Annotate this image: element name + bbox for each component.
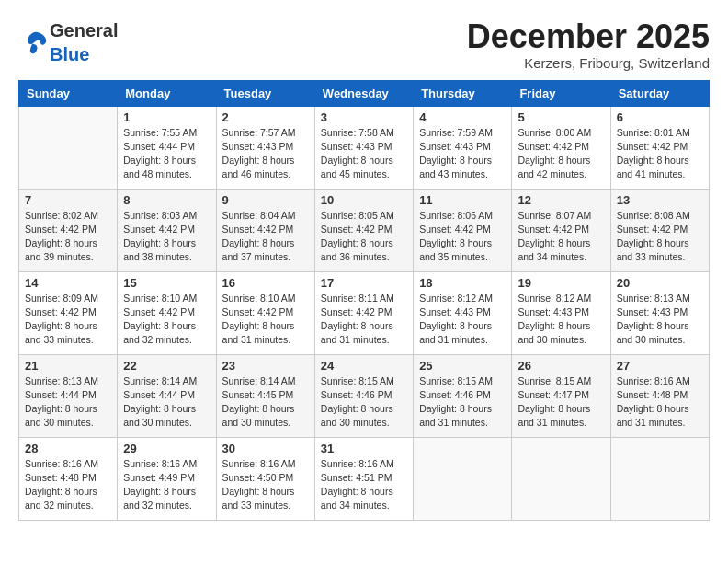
calendar-cell: 1 Sunrise: 7:55 AMSunset: 4:44 PMDayligh… <box>118 106 216 189</box>
day-number: 13 <box>617 193 703 207</box>
calendar-cell: 20 Sunrise: 8:13 AMSunset: 4:43 PMDaylig… <box>610 271 709 354</box>
day-number: 27 <box>617 359 703 373</box>
weekday-header-friday: Friday <box>512 80 610 106</box>
day-detail: Sunrise: 8:05 AMSunset: 4:42 PMDaylight:… <box>321 209 407 265</box>
calendar-week-3: 14 Sunrise: 8:09 AMSunset: 4:42 PMDaylig… <box>19 271 710 354</box>
calendar-cell: 7 Sunrise: 8:02 AMSunset: 4:42 PMDayligh… <box>19 189 118 271</box>
calendar-cell: 31 Sunrise: 8:16 AMSunset: 4:51 PMDaylig… <box>314 437 413 520</box>
day-number: 12 <box>518 193 604 207</box>
day-detail: Sunrise: 8:16 AMSunset: 4:50 PMDaylight:… <box>222 457 309 513</box>
day-detail: Sunrise: 8:16 AMSunset: 4:48 PMDaylight:… <box>617 374 703 431</box>
day-detail: Sunrise: 8:10 AMSunset: 4:42 PMDaylight:… <box>123 292 210 348</box>
calendar-cell: 28 Sunrise: 8:16 AMSunset: 4:48 PMDaylig… <box>19 437 118 520</box>
day-number: 11 <box>419 193 506 207</box>
logo-general-text: General <box>50 20 118 40</box>
day-number: 1 <box>123 110 210 124</box>
calendar-cell: 16 Sunrise: 8:10 AMSunset: 4:42 PMDaylig… <box>216 271 314 354</box>
day-number: 14 <box>25 276 111 290</box>
day-number: 16 <box>222 276 309 290</box>
calendar-cell: 23 Sunrise: 8:14 AMSunset: 4:45 PMDaylig… <box>216 354 314 437</box>
calendar-cell: 5 Sunrise: 8:00 AMSunset: 4:42 PMDayligh… <box>512 106 610 189</box>
day-detail: Sunrise: 8:15 AMSunset: 4:47 PMDaylight:… <box>518 374 604 431</box>
day-detail: Sunrise: 8:15 AMSunset: 4:46 PMDaylight:… <box>419 374 506 431</box>
calendar-table: SundayMondayTuesdayWednesdayThursdayFrid… <box>18 80 710 521</box>
day-detail: Sunrise: 8:10 AMSunset: 4:42 PMDaylight:… <box>222 292 309 348</box>
calendar-header-row: SundayMondayTuesdayWednesdayThursdayFrid… <box>19 80 710 106</box>
calendar-cell: 9 Sunrise: 8:04 AMSunset: 4:42 PMDayligh… <box>216 189 314 271</box>
calendar-cell: 22 Sunrise: 8:14 AMSunset: 4:44 PMDaylig… <box>118 354 216 437</box>
calendar-cell: 13 Sunrise: 8:08 AMSunset: 4:42 PMDaylig… <box>610 189 709 271</box>
calendar-cell: 3 Sunrise: 7:58 AMSunset: 4:43 PMDayligh… <box>314 106 413 189</box>
day-number: 22 <box>123 359 210 373</box>
day-detail: Sunrise: 8:06 AMSunset: 4:42 PMDaylight:… <box>419 209 506 265</box>
calendar-week-5: 28 Sunrise: 8:16 AMSunset: 4:48 PMDaylig… <box>19 437 710 520</box>
calendar-cell: 8 Sunrise: 8:03 AMSunset: 4:42 PMDayligh… <box>118 189 216 271</box>
day-detail: Sunrise: 8:02 AMSunset: 4:42 PMDaylight:… <box>25 209 111 265</box>
calendar-cell: 27 Sunrise: 8:16 AMSunset: 4:48 PMDaylig… <box>610 354 709 437</box>
weekday-header-wednesday: Wednesday <box>314 80 413 106</box>
calendar-cell <box>414 437 512 520</box>
day-number: 19 <box>518 276 604 290</box>
logo-blue-text: Blue <box>50 44 89 64</box>
day-detail: Sunrise: 7:57 AMSunset: 4:43 PMDaylight:… <box>222 126 309 182</box>
day-detail: Sunrise: 8:09 AMSunset: 4:42 PMDaylight:… <box>25 292 111 348</box>
title-block: December 2025 Kerzers, Fribourg, Switzer… <box>467 18 710 71</box>
day-detail: Sunrise: 8:15 AMSunset: 4:46 PMDaylight:… <box>321 374 407 431</box>
day-detail: Sunrise: 8:12 AMSunset: 4:43 PMDaylight:… <box>419 292 506 348</box>
day-detail: Sunrise: 8:16 AMSunset: 4:48 PMDaylight:… <box>25 457 111 513</box>
day-detail: Sunrise: 8:11 AMSunset: 4:42 PMDaylight:… <box>321 292 407 348</box>
day-detail: Sunrise: 7:59 AMSunset: 4:43 PMDaylight:… <box>419 126 506 182</box>
calendar-week-4: 21 Sunrise: 8:13 AMSunset: 4:44 PMDaylig… <box>19 354 710 437</box>
weekday-header-tuesday: Tuesday <box>216 80 314 106</box>
page-header: General Blue December 2025 Kerzers, Frib… <box>18 18 710 71</box>
day-number: 25 <box>419 359 506 373</box>
day-detail: Sunrise: 8:16 AMSunset: 4:51 PMDaylight:… <box>321 457 407 513</box>
day-detail: Sunrise: 8:07 AMSunset: 4:42 PMDaylight:… <box>518 209 604 265</box>
day-number: 21 <box>25 359 111 373</box>
day-number: 5 <box>518 110 604 124</box>
calendar-cell: 18 Sunrise: 8:12 AMSunset: 4:43 PMDaylig… <box>414 271 512 354</box>
day-number: 31 <box>321 442 407 455</box>
calendar-cell: 25 Sunrise: 8:15 AMSunset: 4:46 PMDaylig… <box>414 354 512 437</box>
day-number: 9 <box>222 193 309 207</box>
month-title: December 2025 <box>467 18 710 55</box>
weekday-header-sunday: Sunday <box>19 80 118 106</box>
day-number: 26 <box>518 359 604 373</box>
calendar-cell: 30 Sunrise: 8:16 AMSunset: 4:50 PMDaylig… <box>216 437 314 520</box>
day-number: 10 <box>321 193 407 207</box>
location-text: Kerzers, Fribourg, Switzerland <box>467 55 710 71</box>
day-number: 29 <box>123 442 210 455</box>
day-number: 24 <box>321 359 407 373</box>
weekday-header-thursday: Thursday <box>414 80 512 106</box>
weekday-header-monday: Monday <box>118 80 216 106</box>
day-number: 6 <box>617 110 703 124</box>
day-number: 28 <box>25 442 111 455</box>
day-detail: Sunrise: 8:08 AMSunset: 4:42 PMDaylight:… <box>617 209 703 265</box>
day-number: 8 <box>123 193 210 207</box>
calendar-cell: 14 Sunrise: 8:09 AMSunset: 4:42 PMDaylig… <box>19 271 118 354</box>
day-number: 2 <box>222 110 309 124</box>
day-detail: Sunrise: 8:04 AMSunset: 4:42 PMDaylight:… <box>222 209 309 265</box>
calendar-cell: 2 Sunrise: 7:57 AMSunset: 4:43 PMDayligh… <box>216 106 314 189</box>
weekday-header-saturday: Saturday <box>610 80 709 106</box>
day-detail: Sunrise: 8:14 AMSunset: 4:45 PMDaylight:… <box>222 374 309 431</box>
calendar-cell <box>512 437 610 520</box>
calendar-cell: 26 Sunrise: 8:15 AMSunset: 4:47 PMDaylig… <box>512 354 610 437</box>
day-number: 4 <box>419 110 506 124</box>
day-detail: Sunrise: 8:01 AMSunset: 4:42 PMDaylight:… <box>617 126 703 182</box>
day-number: 7 <box>25 193 111 207</box>
day-number: 17 <box>321 276 407 290</box>
day-number: 20 <box>617 276 703 290</box>
calendar-cell: 10 Sunrise: 8:05 AMSunset: 4:42 PMDaylig… <box>314 189 413 271</box>
day-detail: Sunrise: 8:00 AMSunset: 4:42 PMDaylight:… <box>518 126 604 182</box>
calendar-cell <box>19 106 118 189</box>
day-detail: Sunrise: 8:13 AMSunset: 4:44 PMDaylight:… <box>25 374 111 431</box>
calendar-cell: 29 Sunrise: 8:16 AMSunset: 4:49 PMDaylig… <box>118 437 216 520</box>
day-detail: Sunrise: 7:55 AMSunset: 4:44 PMDaylight:… <box>123 126 210 182</box>
day-number: 15 <box>123 276 210 290</box>
day-number: 18 <box>419 276 506 290</box>
calendar-cell: 6 Sunrise: 8:01 AMSunset: 4:42 PMDayligh… <box>610 106 709 189</box>
day-detail: Sunrise: 8:16 AMSunset: 4:49 PMDaylight:… <box>123 457 210 513</box>
calendar-week-2: 7 Sunrise: 8:02 AMSunset: 4:42 PMDayligh… <box>19 189 710 271</box>
day-detail: Sunrise: 8:13 AMSunset: 4:43 PMDaylight:… <box>617 292 703 348</box>
